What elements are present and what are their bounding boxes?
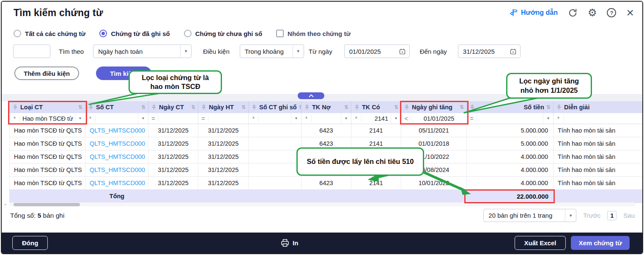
add-condition-button[interactable]: Thêm điều kiện: [14, 67, 79, 80]
to-date-input[interactable]: 31/12/2025: [458, 44, 521, 58]
filter-cell[interactable]: *: [554, 113, 643, 124]
sort-icon[interactable]: ⇅: [241, 104, 246, 110]
column-header[interactable]: Diễn giải: [554, 101, 643, 113]
view-document-button[interactable]: Xem chứng từ: [571, 236, 630, 250]
pin-icon[interactable]: [252, 105, 256, 110]
sort-icon[interactable]: ⇅: [546, 104, 551, 110]
document-link[interactable]: QLTS_HMTSCD000: [85, 177, 148, 190]
filter-cell[interactable]: =: [198, 113, 249, 124]
chevron-down-icon[interactable]: ▼: [391, 113, 401, 124]
pin-icon[interactable]: [152, 105, 156, 110]
pin-icon[interactable]: [202, 105, 206, 110]
checkbox-group-by-document[interactable]: Nhóm theo chứng từ: [276, 30, 351, 37]
column-header[interactable]: Số CT ghi sổ⇅: [249, 101, 301, 113]
table-cell: 6423: [301, 150, 351, 164]
close-button[interactable]: Đóng: [12, 236, 48, 250]
filter-operator[interactable]: *: [554, 115, 564, 122]
page-size-select[interactable]: 20 bản ghi trên 1 trang ▼: [483, 209, 576, 222]
table-cell: [249, 177, 301, 190]
help-icon[interactable]: ?: [607, 8, 616, 17]
pin-icon[interactable]: [89, 105, 93, 110]
filter-operator[interactable]: *: [249, 115, 259, 122]
sort-icon[interactable]: ⇅: [78, 104, 82, 110]
radio-all-documents[interactable]: Tất cả các chứng từ: [14, 30, 85, 37]
radio-icon: [184, 30, 192, 37]
filter-cell[interactable]: *▼: [85, 113, 148, 124]
filter-operator[interactable]: *: [351, 115, 362, 122]
filter-value[interactable]: 2141: [362, 115, 391, 122]
search-button[interactable]: Tìm kiếm: [96, 67, 151, 80]
pin-icon[interactable]: [470, 105, 474, 110]
calendar-icon[interactable]: [399, 48, 406, 55]
sort-icon[interactable]: ⇅: [344, 104, 348, 110]
column-header[interactable]: Số tiền⇅: [467, 101, 554, 113]
column-header[interactable]: TK Có⇅: [351, 101, 401, 113]
chevron-down-icon[interactable]: ▼: [75, 113, 85, 124]
filter-value[interactable]: Hao mòn TSCĐ từ: [20, 115, 75, 122]
next-page-button[interactable]: Sau: [623, 212, 635, 219]
pin-icon[interactable]: [355, 105, 359, 110]
radio-unposted-documents[interactable]: Chứng từ chưa ghi sổ: [184, 30, 262, 37]
filter-operator[interactable]: =: [148, 115, 159, 122]
sort-icon[interactable]: ⇅: [460, 104, 464, 110]
document-link[interactable]: QLTS_HMTSCD000: [85, 164, 148, 177]
collapse-panel-button[interactable]: [298, 92, 324, 99]
column-header[interactable]: Ngày ghi tăng⇅: [401, 101, 467, 113]
sort-icon[interactable]: ⇅: [191, 104, 195, 110]
blank-input[interactable]: [13, 44, 50, 58]
find-by-select[interactable]: Ngày hạch toán ▼: [93, 44, 192, 58]
table-row[interactable]: Hao mòn TSCĐ từ QLTSQLTS_HMTSCD00031/12/…: [9, 150, 643, 164]
table-row[interactable]: Hao mòn TSCĐ từ QLTSQLTS_HMTSCD00031/12/…: [9, 137, 643, 150]
guide-link[interactable]: Hướng dẫn: [510, 8, 558, 17]
pin-icon[interactable]: [13, 105, 17, 110]
table-row[interactable]: Hao mòn TSCĐ từ QLTSQLTS_HMTSCD00031/12/…: [9, 177, 643, 190]
filter-cell[interactable]: <01/01/2025: [401, 113, 467, 124]
settings-icon[interactable]: ⚙: [588, 7, 597, 19]
filter-cell[interactable]: *2141▼: [351, 113, 401, 124]
chevron-down-icon[interactable]: ▼: [341, 113, 351, 124]
filter-cell[interactable]: *Hao mòn TSCĐ từ▼: [9, 113, 85, 124]
filter-operator[interactable]: =: [467, 115, 477, 122]
pin-icon[interactable]: [305, 105, 309, 110]
pin-icon[interactable]: [405, 105, 409, 110]
document-link[interactable]: QLTS_HMTSCD000: [85, 124, 148, 137]
close-icon[interactable]: ×: [626, 8, 634, 17]
filter-operator[interactable]: *: [301, 115, 312, 122]
filter-cell[interactable]: =▼: [467, 113, 554, 124]
prev-page-button[interactable]: Trước: [583, 212, 600, 219]
document-link[interactable]: QLTS_HMTSCD000: [85, 137, 148, 150]
column-header[interactable]: Ngày HT⇅: [198, 101, 249, 113]
calendar-icon[interactable]: [510, 48, 516, 55]
pin-icon[interactable]: [557, 105, 561, 110]
filter-cell[interactable]: *▼: [301, 113, 351, 124]
column-header[interactable]: Ngày CT⇅: [148, 101, 198, 113]
column-header[interactable]: Số CT⇅: [85, 101, 148, 113]
current-page-box[interactable]: 1: [607, 211, 617, 220]
refresh-icon[interactable]: [568, 8, 578, 18]
sort-icon[interactable]: ⇅: [141, 104, 145, 110]
filter-operator[interactable]: =: [198, 115, 208, 122]
from-date-input[interactable]: 01/01/2025: [344, 44, 410, 58]
filter-cell[interactable]: =: [148, 113, 198, 124]
print-button[interactable]: In: [281, 239, 298, 247]
table-row[interactable]: Hao mòn TSCĐ từ QLTSQLTS_HMTSCD00031/12/…: [9, 124, 643, 137]
condition-select[interactable]: Trong khoảng ▼: [240, 44, 304, 58]
filter-value[interactable]: 01/01/2025: [411, 115, 466, 122]
horizontal-scrollbar[interactable]: ◂: [9, 202, 636, 206]
document-link[interactable]: QLTS_HMTSCD000: [85, 150, 148, 164]
table-row[interactable]: Hao mòn TSCĐ từ QLTSQLTS_HMTSCD00031/12/…: [9, 164, 643, 177]
scroll-left-icon[interactable]: ◂: [4, 202, 6, 206]
chevron-down-icon[interactable]: ▼: [138, 113, 148, 124]
column-header[interactable]: Loại CT⇅: [9, 101, 85, 113]
chevron-down-icon[interactable]: ▼: [543, 113, 553, 124]
sort-icon[interactable]: ⇅: [394, 104, 398, 110]
chevron-down-icon[interactable]: ▼: [291, 113, 301, 124]
filter-operator[interactable]: *: [10, 115, 20, 122]
filter-operator[interactable]: <: [401, 115, 411, 122]
filter-operator[interactable]: *: [85, 115, 96, 122]
radio-posted-documents[interactable]: Chứng từ đã ghi sổ: [99, 30, 170, 37]
scrollbar-thumb[interactable]: [14, 203, 80, 206]
filter-cell[interactable]: *▼: [249, 113, 301, 124]
export-excel-button[interactable]: Xuất Excel: [515, 236, 566, 250]
column-header[interactable]: TK Nợ⇅: [301, 101, 351, 113]
